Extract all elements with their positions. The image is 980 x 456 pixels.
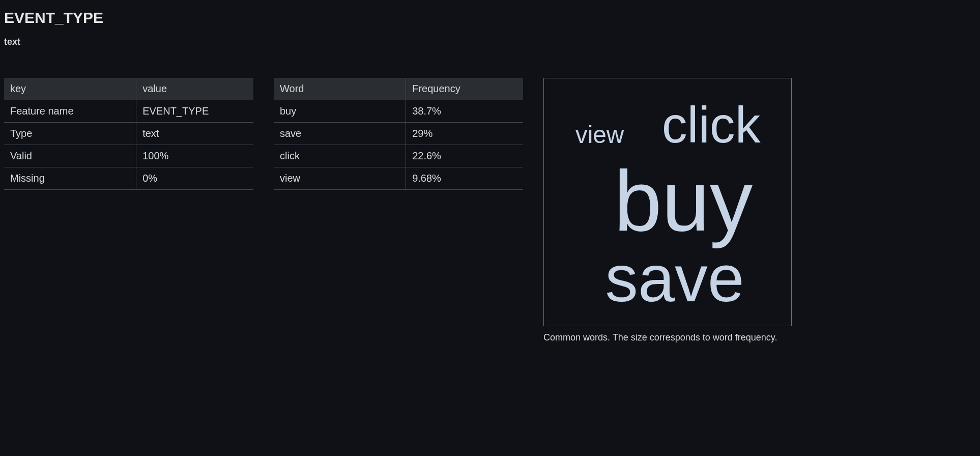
wordcloud-word-click: click [662, 97, 761, 153]
summary-table: key value Feature name EVENT_TYPE Type t… [4, 78, 253, 190]
freq-cell-frequency: 29% [406, 123, 523, 145]
summary-cell-key: Type [4, 123, 136, 145]
freq-cell-word: click [274, 145, 406, 167]
summary-cell-value: 100% [136, 145, 253, 167]
table-row: view 9.68% [274, 167, 523, 190]
table-row: Missing 0% [4, 167, 253, 190]
table-row: Valid 100% [4, 145, 253, 167]
freq-header-word: Word [274, 78, 406, 100]
freq-cell-word: save [274, 123, 406, 145]
freq-cell-word: buy [274, 100, 406, 123]
freq-cell-word: view [274, 167, 406, 190]
freq-cell-frequency: 9.68% [406, 167, 523, 190]
table-header-row: key value [4, 78, 253, 100]
table-row: click 22.6% [274, 145, 523, 167]
page-root: EVENT_TYPE text key value Feature name E… [0, 0, 980, 343]
summary-cell-key: Feature name [4, 100, 136, 123]
wordcloud-panel: view click buy save Common words. The si… [543, 78, 793, 343]
wordcloud: view click buy save [543, 78, 792, 326]
summary-cell-value: text [136, 123, 253, 145]
freq-cell-frequency: 22.6% [406, 145, 523, 167]
page-title: EVENT_TYPE [4, 9, 976, 26]
freq-header-frequency: Frequency [406, 78, 523, 100]
summary-header-value: value [136, 78, 253, 100]
wordcloud-word-buy: buy [614, 153, 753, 249]
summary-cell-key: Valid [4, 145, 136, 167]
table-row: Feature name EVENT_TYPE [4, 100, 253, 123]
table-header-row: Word Frequency [274, 78, 523, 100]
summary-header-key: key [4, 78, 136, 100]
summary-cell-value: EVENT_TYPE [136, 100, 253, 123]
table-row: Type text [4, 123, 253, 145]
content-row: key value Feature name EVENT_TYPE Type t… [4, 78, 976, 343]
page-subtitle: text [4, 37, 976, 47]
table-row: save 29% [274, 123, 523, 145]
wordcloud-caption: Common words. The size corresponds to wo… [543, 332, 793, 343]
wordcloud-word-save: save [605, 242, 744, 315]
wordcloud-word-view: view [575, 121, 624, 148]
table-row: buy 38.7% [274, 100, 523, 123]
summary-cell-key: Missing [4, 167, 136, 190]
frequency-table: Word Frequency buy 38.7% save 29% click … [274, 78, 523, 190]
summary-cell-value: 0% [136, 167, 253, 190]
freq-cell-frequency: 38.7% [406, 100, 523, 123]
